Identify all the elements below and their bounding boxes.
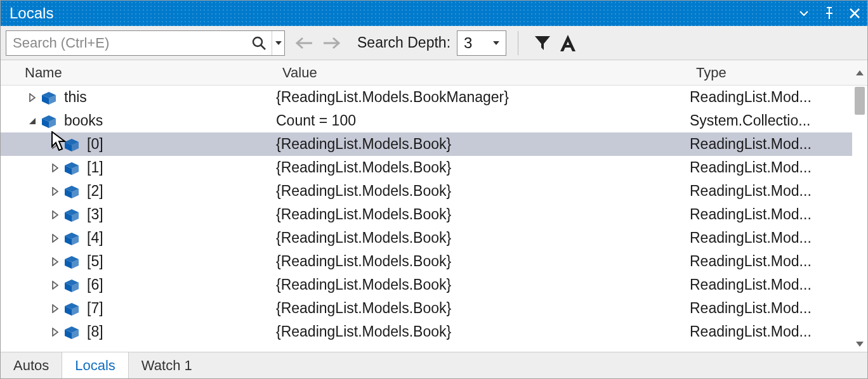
cell-name: [7] [18, 300, 276, 317]
variable-name: [6] [87, 276, 103, 293]
expander-slot [18, 327, 64, 337]
table-row[interactable]: [7]{ReadingList.Models.Book}ReadingList.… [1, 297, 852, 320]
variable-name: [7] [87, 300, 103, 317]
nav-back-button[interactable] [290, 29, 318, 57]
expander-slot [18, 210, 64, 220]
table-row[interactable]: [5]{ReadingList.Models.Book}ReadingList.… [1, 250, 852, 273]
cell-name: [6] [18, 276, 276, 293]
search-depth-value: 3 [464, 34, 493, 52]
cell-name: [0] [18, 136, 276, 153]
cell-value: {ReadingList.Models.BookManager} [276, 89, 690, 106]
cell-type: ReadingList.Mod... [690, 229, 827, 247]
toolbar: Search Depth: 3 [1, 26, 867, 60]
search-icon[interactable] [246, 31, 272, 55]
variable-icon [64, 302, 79, 315]
table-row[interactable]: this{ReadingList.Models.BookManager}Read… [1, 86, 852, 109]
table-row[interactable]: booksCount = 100System.Collectio... [1, 109, 852, 132]
variable-icon [64, 209, 79, 221]
search-depth-label: Search Depth: [357, 34, 450, 51]
cell-value: {ReadingList.Models.Book} [276, 183, 690, 200]
search-depth-combo[interactable]: 3 [457, 30, 506, 56]
grid-header-wrap: Name Value Type [1, 60, 867, 86]
cell-value: {ReadingList.Models.Book} [276, 136, 690, 153]
variable-icon [64, 255, 79, 268]
expand-icon[interactable] [50, 280, 60, 290]
tab-watch1[interactable]: Watch 1 [129, 352, 205, 378]
cell-name: [2] [18, 183, 276, 200]
vertical-scrollbar[interactable] [852, 86, 867, 352]
expand-icon[interactable] [50, 210, 60, 220]
table-row[interactable]: [2]{ReadingList.Models.Book}ReadingList.… [1, 179, 852, 203]
variable-icon [64, 138, 79, 151]
grid-body: this{ReadingList.Models.BookManager}Read… [1, 86, 867, 352]
pin-button[interactable] [817, 1, 842, 26]
cell-type: ReadingList.Mod... [690, 276, 827, 293]
column-header-name[interactable]: Name [18, 61, 276, 85]
expander-slot [18, 163, 64, 173]
scroll-down-button[interactable] [852, 337, 867, 352]
cell-value: {ReadingList.Models.Book} [276, 253, 690, 270]
variable-icon [64, 162, 79, 174]
cell-type: ReadingList.Mod... [690, 253, 827, 270]
cell-name: [8] [18, 323, 276, 340]
cell-type: ReadingList.Mod... [690, 323, 827, 340]
text-size-button[interactable] [555, 30, 581, 56]
expand-icon[interactable] [50, 304, 60, 314]
variable-name: books [64, 112, 103, 129]
cell-name: [4] [18, 229, 276, 247]
expander-slot [18, 233, 64, 243]
table-row[interactable]: [3]{ReadingList.Models.Book}ReadingList.… [1, 203, 852, 226]
table-row[interactable]: [4]{ReadingList.Models.Book}ReadingList.… [1, 226, 852, 250]
cell-type: ReadingList.Mod... [690, 159, 827, 176]
expand-icon[interactable] [50, 327, 60, 337]
search-field[interactable] [6, 30, 285, 56]
filter-button[interactable] [530, 30, 555, 56]
expander-slot [18, 116, 41, 126]
window-menu-button[interactable] [791, 1, 817, 26]
expander-slot [18, 139, 64, 150]
scroll-thumb[interactable] [855, 87, 865, 115]
expand-icon[interactable] [50, 233, 60, 243]
table-row[interactable]: [8]{ReadingList.Models.Book}ReadingList.… [1, 320, 852, 344]
expand-icon[interactable] [50, 257, 60, 267]
tab-autos[interactable]: Autos [1, 352, 62, 378]
expander-slot [18, 280, 64, 290]
cell-value: {ReadingList.Models.Book} [276, 300, 690, 317]
expand-icon[interactable] [50, 163, 60, 173]
title-bar[interactable]: Locals [1, 1, 867, 26]
column-header-type[interactable]: Type [690, 61, 852, 85]
variable-icon [64, 232, 79, 245]
expand-icon[interactable] [50, 139, 60, 150]
variable-name: [5] [87, 253, 103, 270]
cell-name: [3] [18, 206, 276, 223]
expander-slot [18, 257, 64, 267]
svg-point-0 [253, 37, 262, 46]
variable-name: [3] [87, 206, 103, 223]
column-header-value[interactable]: Value [276, 61, 690, 85]
expand-icon[interactable] [27, 93, 37, 103]
cell-type: ReadingList.Mod... [690, 183, 827, 200]
close-button[interactable] [842, 1, 867, 26]
search-input[interactable] [6, 35, 246, 51]
nav-forward-button[interactable] [318, 29, 346, 57]
variable-name: [2] [87, 183, 103, 200]
table-row[interactable]: [0]{ReadingList.Models.Book}ReadingList.… [1, 132, 852, 156]
cell-type: ReadingList.Mod... [690, 206, 827, 223]
variable-name: [1] [87, 159, 103, 176]
variable-name: [0] [87, 136, 103, 153]
scroll-up-button[interactable] [852, 60, 867, 86]
expand-icon[interactable] [50, 186, 60, 196]
tab-locals[interactable]: Locals [62, 352, 129, 378]
grid-header: Name Value Type [1, 61, 852, 85]
table-row[interactable]: [6]{ReadingList.Models.Book}ReadingList.… [1, 273, 852, 297]
cell-type: ReadingList.Mod... [690, 89, 827, 106]
cell-name: books [18, 112, 276, 129]
collapse-icon[interactable] [27, 116, 37, 126]
cell-name: [5] [18, 253, 276, 270]
search-options-dropdown[interactable] [272, 31, 284, 55]
expander-slot [18, 186, 64, 196]
variable-icon [41, 91, 56, 104]
table-row[interactable]: [1]{ReadingList.Models.Book}ReadingList.… [1, 156, 852, 179]
variable-icon [64, 279, 79, 292]
window-title: Locals [10, 4, 53, 22]
